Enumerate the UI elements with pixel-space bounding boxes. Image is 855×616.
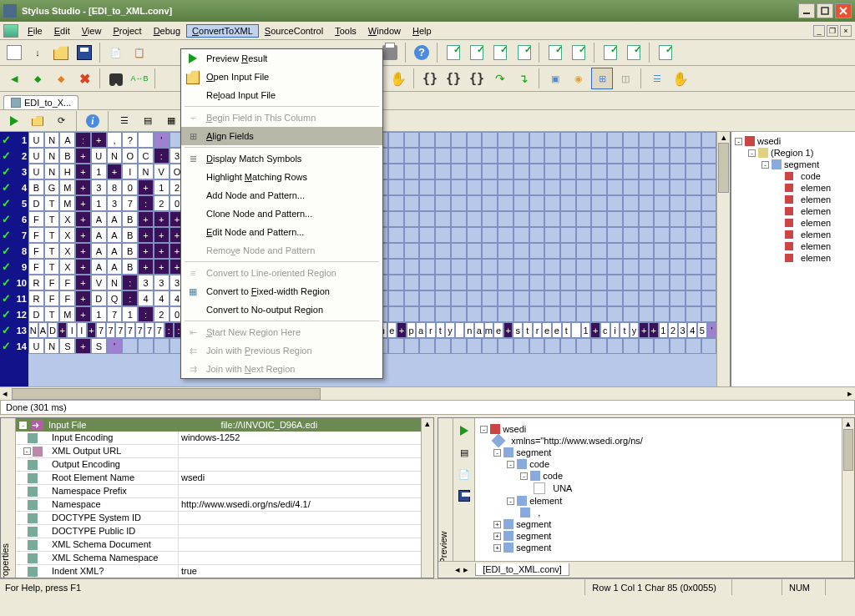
tb2-1[interactable]: ◀ <box>3 68 25 89</box>
properties-grid[interactable]: Input Encodingwindows-1252-XML Output UR… <box>16 432 421 578</box>
preview-tb4[interactable] <box>455 487 473 505</box>
menu-file[interactable]: File <box>22 24 48 38</box>
validate-7-button[interactable] <box>623 42 645 63</box>
validate-4-button[interactable] <box>544 42 566 63</box>
expand-icon[interactable]: - <box>493 449 501 457</box>
tb2-2[interactable]: ◆ <box>27 68 48 89</box>
menu-sourcecontrol[interactable]: SourceControl <box>259 24 329 38</box>
minimize-button[interactable] <box>798 3 815 18</box>
validate-6-button[interactable] <box>600 42 621 63</box>
win-2[interactable]: ◉ <box>568 68 589 89</box>
info-button[interactable]: i <box>82 110 104 132</box>
expand-icon[interactable]: - <box>748 149 756 157</box>
validate-err-button[interactable]: × <box>513 42 534 63</box>
tree-root[interactable]: wsedi <box>757 136 781 146</box>
menu-view[interactable]: View <box>76 24 108 38</box>
expand-icon[interactable]: + <box>493 533 501 540</box>
mdi-minimize[interactable]: _ <box>813 25 825 37</box>
menu-align-fields[interactable]: ⊞Align Fields <box>181 127 382 145</box>
elem-icon <box>503 543 514 553</box>
menu-highlight-matching[interactable]: Highlight Matching Rows <box>181 168 382 186</box>
menu-conv-fixed[interactable]: ▦Convert to Fixed-width Region <box>181 282 382 300</box>
menu-add-node[interactable]: Add Node and Pattern... <box>181 186 382 204</box>
open-input-button[interactable] <box>27 110 48 132</box>
expand-icon[interactable]: - <box>507 461 514 468</box>
validate-exe-button[interactable] <box>655 42 676 63</box>
paste-button[interactable]: 📋 <box>129 42 150 63</box>
menu-display-match[interactable]: ≣Display Match Symbols <box>181 149 382 168</box>
menu-clone-node[interactable]: Clone Node and Pattern... <box>181 204 382 223</box>
download-button[interactable]: ↓ <box>27 42 48 63</box>
brace-1[interactable]: {} <box>419 68 441 89</box>
new-button[interactable] <box>3 42 25 63</box>
copy-button[interactable]: 📄 <box>105 42 127 63</box>
menu-conv-noout[interactable]: Convert to No-output Region <box>181 300 382 319</box>
props-vscroll[interactable]: ▴ <box>421 418 433 578</box>
editor-hscroll[interactable]: ◂ ▸ <box>0 386 855 400</box>
menu-tools[interactable]: Tools <box>329 24 362 38</box>
expand-icon[interactable]: - <box>761 161 769 169</box>
menu-edit-node[interactable]: Edit Node and Pattern... <box>181 223 382 241</box>
menu-open-input[interactable]: Open Input File <box>181 68 382 86</box>
expand-icon[interactable]: - <box>480 426 488 433</box>
validate-1-button[interactable] <box>443 42 464 63</box>
menu-reload-input[interactable]: Reload Input File <box>181 86 382 104</box>
validate-2-button[interactable] <box>466 42 488 63</box>
step-over[interactable]: ↷ <box>489 68 511 89</box>
preview-root[interactable]: wsedi <box>503 424 526 434</box>
tab-edi-to-xml[interactable]: EDI_to_X... <box>3 95 78 109</box>
mdi-close[interactable]: × <box>840 25 852 37</box>
menu-project[interactable]: Project <box>107 24 147 38</box>
replace-button[interactable]: A↔B <box>129 68 150 89</box>
expand-icon[interactable]: - <box>520 472 528 480</box>
preview-tb3[interactable]: 📄 <box>455 465 473 483</box>
vscroll[interactable]: ▴ <box>716 132 730 386</box>
step-into[interactable]: ↴ <box>513 68 534 89</box>
menu-preview-result[interactable]: Preview Result <box>181 49 382 68</box>
preview-tree[interactable]: -wsedi xmlns="http://www.wsedi.org/ns/ -… <box>475 418 842 561</box>
tb2-4[interactable]: ✖ <box>73 68 95 89</box>
help-button[interactable]: ? <box>411 42 433 63</box>
menu-window[interactable]: Window <box>362 24 407 38</box>
schema-tree[interactable]: -wsedi -(Region 1) -segment code elemen … <box>730 132 855 386</box>
tb2-3[interactable]: ◆ <box>50 68 72 89</box>
preview-run[interactable] <box>455 422 473 440</box>
expand-icon[interactable]: - <box>19 422 27 429</box>
menu-help[interactable]: Help <box>407 24 438 38</box>
menu-debug[interactable]: Debug <box>148 24 186 38</box>
menu-edit[interactable]: Edit <box>48 24 76 38</box>
brace-2[interactable]: {} <box>443 68 464 89</box>
hand-button[interactable]: ✋ <box>387 68 409 89</box>
win-5[interactable]: ☰ <box>646 68 668 89</box>
win-6[interactable]: ✋ <box>670 68 691 89</box>
validate-5-button[interactable] <box>568 42 589 63</box>
properties-label[interactable]: Properties <box>1 543 10 578</box>
close-button[interactable] <box>835 3 852 18</box>
list-2[interactable]: ▤ <box>137 110 159 132</box>
maximize-button[interactable] <box>817 3 833 18</box>
menu-converttoxml[interactable]: ConvertToXML <box>186 24 259 38</box>
tree-segment[interactable]: segment <box>784 159 819 169</box>
expand-icon[interactable]: - <box>735 138 742 145</box>
validate-3-button[interactable] <box>489 42 511 63</box>
preview-label[interactable]: Preview <box>438 531 448 561</box>
list-3[interactable]: ▦ <box>160 110 182 132</box>
expand-icon[interactable]: - <box>507 497 514 505</box>
preview-tab[interactable]: [EDI_to_XML.conv] <box>475 563 569 576</box>
run-button[interactable] <box>3 110 25 132</box>
list-1[interactable]: ☰ <box>114 110 135 132</box>
refresh-button[interactable]: ⟳ <box>50 110 72 132</box>
brace-3[interactable]: {} <box>466 68 488 89</box>
preview-vscroll[interactable]: ▴ <box>842 418 854 561</box>
preview-tb2[interactable]: ▤ <box>455 443 473 462</box>
win-1[interactable]: ▣ <box>544 68 566 89</box>
mdi-restore[interactable]: ❐ <box>827 25 838 37</box>
win-4[interactable]: ◫ <box>615 68 636 89</box>
find-button[interactable] <box>105 68 127 89</box>
win-3[interactable]: ⊞ <box>591 68 613 89</box>
open-button[interactable] <box>50 42 72 63</box>
tree-region[interactable]: (Region 1) <box>771 148 813 158</box>
expand-icon[interactable]: + <box>493 544 501 552</box>
expand-icon[interactable]: + <box>493 521 501 528</box>
save-button[interactable] <box>73 42 95 63</box>
